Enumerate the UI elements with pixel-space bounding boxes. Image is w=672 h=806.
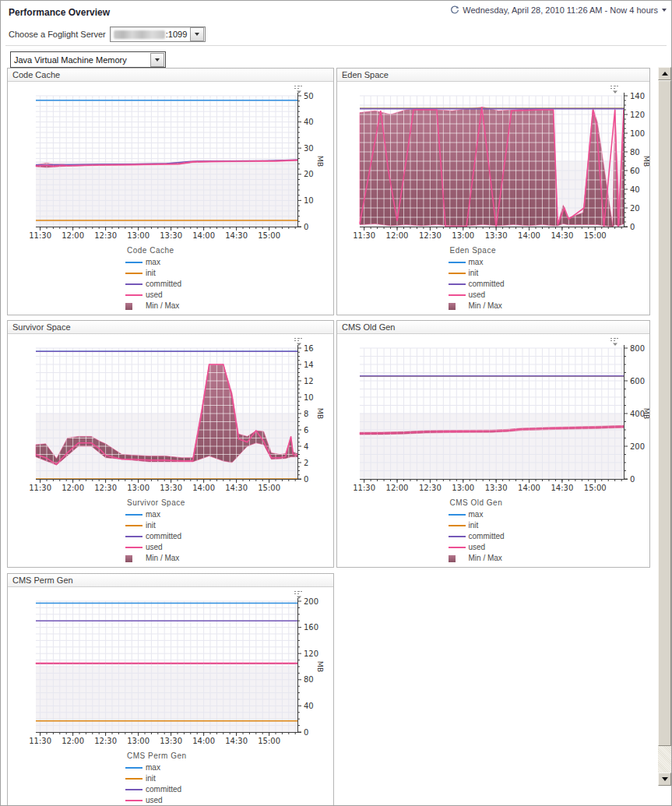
svg-text:12:00: 12:00 xyxy=(386,231,409,240)
svg-text:14:30: 14:30 xyxy=(551,231,573,240)
svg-text:14:00: 14:00 xyxy=(518,484,540,492)
chart-plot: 0408012016020011:3012:0012:3013:0013:301… xyxy=(8,587,333,749)
legend-label: init xyxy=(146,520,156,531)
committed-line-swatch xyxy=(449,536,466,537)
down-triangle-icon xyxy=(662,777,668,781)
svg-text:100: 100 xyxy=(630,129,645,138)
chart-panel-cms-old-gen: CMS Old Gen 020040060080011:3012:0012:30… xyxy=(336,320,650,568)
legend-label: init xyxy=(469,268,479,279)
svg-text:4: 4 xyxy=(304,442,308,451)
chart-options-icon[interactable] xyxy=(610,336,620,347)
scrollbar-thumb[interactable] xyxy=(658,80,671,746)
legend-item-max: max xyxy=(125,257,216,268)
panel-title: Survivor Space xyxy=(8,321,333,334)
svg-text:13:00: 13:00 xyxy=(127,737,150,745)
legend-item-committed: committed xyxy=(125,784,216,795)
legend-item-committed: committed xyxy=(449,531,539,542)
svg-text:40: 40 xyxy=(304,702,314,710)
chart-options-icon[interactable] xyxy=(294,84,304,94)
svg-text:14:30: 14:30 xyxy=(225,737,248,745)
svg-text:14:00: 14:00 xyxy=(192,484,215,492)
svg-text:14:30: 14:30 xyxy=(225,484,248,492)
svg-text:MB: MB xyxy=(316,661,325,673)
server-combo-arrow[interactable] xyxy=(190,27,204,41)
legend-label: used xyxy=(146,795,163,806)
chart-plot: 02040608010012014011:3012:0012:3013:0013… xyxy=(337,82,649,244)
server-combobox[interactable]: :1099 xyxy=(110,26,206,42)
chart-panel-survivor-space: Survivor Space 024681012141611:3012:0012… xyxy=(7,320,334,568)
init-line-swatch xyxy=(125,525,142,526)
committed-line-swatch xyxy=(125,536,142,537)
svg-text:13:30: 13:30 xyxy=(160,737,182,745)
svg-text:14: 14 xyxy=(304,361,314,369)
legend-item-used: used xyxy=(449,542,539,553)
svg-text:13:00: 13:00 xyxy=(127,231,150,240)
panel-title: Code Cache xyxy=(8,69,333,82)
metric-combobox[interactable]: Java Virtual Machine Memory xyxy=(10,51,166,68)
svg-text:600: 600 xyxy=(630,377,645,385)
legend-label: used xyxy=(469,290,486,301)
vertical-scrollbar[interactable] xyxy=(658,67,671,786)
legend-label: init xyxy=(146,773,156,784)
legend-label: Min / Max xyxy=(469,301,502,311)
minmax-swatch xyxy=(125,555,132,562)
scroll-down-button[interactable] xyxy=(658,773,671,786)
init-line-swatch xyxy=(449,273,466,274)
down-triangle-icon xyxy=(195,33,199,36)
minmax-swatch xyxy=(125,303,132,310)
svg-text:12:30: 12:30 xyxy=(419,484,442,492)
legend-label: committed xyxy=(469,279,505,290)
timeframe-selector[interactable]: Wednesday, April 28, 2010 11:26 AM - Now… xyxy=(450,5,667,15)
metric-combo-arrow[interactable] xyxy=(150,53,164,67)
svg-text:13:30: 13:30 xyxy=(485,231,508,240)
chart-panel-cms-perm-gen: CMS Perm Gen 0408012016020011:3012:0012:… xyxy=(7,573,334,806)
max-line-swatch xyxy=(449,262,466,263)
used-line-swatch xyxy=(449,294,466,296)
svg-text:MB: MB xyxy=(642,156,649,167)
svg-text:20: 20 xyxy=(304,170,314,178)
legend-item-committed: committed xyxy=(125,279,216,290)
svg-text:14:00: 14:00 xyxy=(192,231,215,240)
svg-text:11:30: 11:30 xyxy=(29,231,51,240)
legend-item-max: max xyxy=(125,762,216,773)
panel-title: Eden Space xyxy=(337,69,649,82)
svg-text:12:00: 12:00 xyxy=(62,484,84,492)
legend-item-used: used xyxy=(125,795,216,806)
legend-label: init xyxy=(469,520,479,531)
svg-text:12: 12 xyxy=(304,377,314,385)
svg-text:50: 50 xyxy=(304,92,314,100)
svg-text:14:00: 14:00 xyxy=(192,737,215,745)
svg-text:10: 10 xyxy=(304,393,314,402)
committed-line-swatch xyxy=(125,283,142,285)
up-triangle-icon xyxy=(662,72,668,76)
svg-text:10: 10 xyxy=(304,196,314,205)
svg-text:140: 140 xyxy=(630,92,645,100)
chart-options-icon[interactable] xyxy=(294,590,304,600)
panel-title: CMS Perm Gen xyxy=(8,574,333,587)
minmax-swatch xyxy=(449,303,456,310)
scroll-up-button[interactable] xyxy=(658,67,671,80)
performance-overview-page: Performance Overview Wednesday, April 28… xyxy=(0,0,672,806)
metric-selected: Java Virtual Machine Memory xyxy=(11,55,127,65)
svg-text:30: 30 xyxy=(304,144,314,153)
chart-plot: 020040060080011:3012:0012:3013:0013:3014… xyxy=(337,334,649,496)
svg-text:80: 80 xyxy=(630,148,640,157)
chart-legend: CMS Old GenmaxinitcommittedusedMin / Max xyxy=(449,498,539,564)
svg-text:15:00: 15:00 xyxy=(258,484,280,492)
legend-item-init: init xyxy=(449,268,539,279)
max-line-swatch xyxy=(449,514,466,516)
svg-text:13:00: 13:00 xyxy=(452,231,474,240)
chart-options-icon[interactable] xyxy=(610,84,620,94)
chart-plot: 024681012141611:3012:0012:3013:0013:3014… xyxy=(8,334,333,496)
svg-text:120: 120 xyxy=(630,111,645,119)
legend-label: max xyxy=(469,257,484,268)
chart-options-icon[interactable] xyxy=(294,336,304,347)
svg-text:20: 20 xyxy=(630,204,640,213)
svg-text:15:00: 15:00 xyxy=(258,231,280,240)
legend-label: Min / Max xyxy=(146,301,179,311)
svg-text:15:00: 15:00 xyxy=(258,737,280,745)
svg-text:800: 800 xyxy=(630,344,645,353)
init-line-swatch xyxy=(125,273,142,274)
svg-text:14:30: 14:30 xyxy=(225,231,248,240)
timeframe-caret-icon xyxy=(662,9,667,12)
